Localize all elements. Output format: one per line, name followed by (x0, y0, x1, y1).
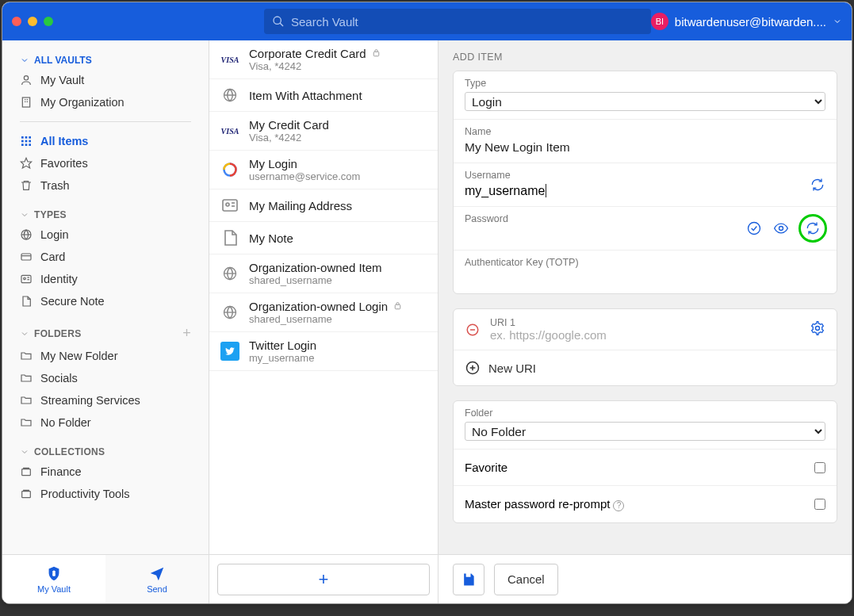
sidebar-my-organization[interactable]: My Organization (2, 91, 209, 113)
username-label: Username (465, 170, 825, 181)
svg-point-44 (779, 227, 783, 231)
chevron-down-icon (20, 210, 29, 220)
name-label: Name (465, 126, 825, 137)
help-icon[interactable]: ? (613, 500, 624, 511)
search-input[interactable] (291, 15, 643, 29)
sidebar-folder[interactable]: My New Folder (2, 345, 209, 367)
window-close[interactable] (12, 17, 21, 26)
uri-input[interactable]: ex. https://google.com (490, 328, 800, 342)
trash-icon (20, 179, 33, 192)
totp-label: Authenticator Key (TOTP) (465, 257, 825, 268)
sidebar-folder[interactable]: No Folder (2, 411, 209, 434)
collection-icon (20, 488, 33, 500)
svg-point-0 (274, 17, 281, 24)
grid-icon (20, 135, 33, 147)
svg-marker-17 (21, 158, 31, 168)
sidebar-type-card[interactable]: Card (2, 246, 209, 268)
sidebar-collection[interactable]: Productivity Tools (2, 483, 209, 505)
note-icon (20, 295, 33, 308)
sidebar-trash[interactable]: Trash (2, 174, 209, 197)
check-password-button[interactable] (745, 219, 764, 238)
folder-icon (20, 394, 33, 407)
sidebar-collection[interactable]: Finance (2, 461, 209, 483)
type-select[interactable]: Login (465, 92, 825, 111)
list-item[interactable]: Organization-owned Itemshared_username (209, 254, 438, 293)
plus-circle-icon (465, 360, 481, 376)
window-minimize[interactable] (28, 17, 37, 26)
totp-input[interactable] (465, 271, 825, 285)
reprompt-label: Master password re-prompt? (465, 497, 624, 511)
username-input[interactable]: my_username (465, 184, 546, 197)
sidebar-types-header[interactable]: TYPES (2, 206, 209, 224)
list-item[interactable]: My Mailing Address (209, 189, 438, 222)
password-input[interactable] (465, 228, 681, 242)
sidebar-all-items[interactable]: All Items (2, 130, 209, 152)
list-item[interactable]: My Loginusername@service.com (209, 151, 438, 189)
svg-rect-11 (21, 140, 24, 143)
favorite-checkbox[interactable] (814, 462, 825, 473)
tab-my-vault[interactable]: My Vault (2, 555, 105, 603)
search-bar[interactable] (264, 9, 651, 34)
generate-password-button[interactable] (803, 219, 822, 238)
uri-settings-button[interactable] (810, 320, 825, 339)
list-item[interactable]: My Note (209, 222, 438, 254)
save-button[interactable] (453, 564, 484, 595)
new-uri-button[interactable]: New URI (454, 350, 837, 385)
svg-rect-42 (395, 304, 400, 308)
chevron-down-icon (20, 447, 29, 457)
list-item[interactable]: Organization-owned Login shared_username (209, 293, 438, 332)
name-input[interactable] (465, 140, 825, 155)
remove-uri-button[interactable] (465, 322, 481, 338)
user-menu[interactable]: BI bitwardenuser@bitwarden.... (651, 13, 842, 30)
user-icon (20, 74, 33, 86)
svg-rect-34 (223, 200, 237, 211)
detail-header: ADD ITEM (453, 52, 837, 63)
lock-icon (45, 565, 63, 583)
folder-label: Folder (465, 407, 825, 419)
svg-rect-10 (29, 136, 31, 139)
generate-password-highlight (798, 214, 827, 243)
sidebar-type-note[interactable]: Secure Note (2, 290, 209, 312)
svg-point-29 (52, 570, 56, 573)
search-icon (272, 15, 285, 28)
generate-username-button[interactable] (808, 175, 827, 194)
svg-rect-22 (21, 275, 31, 282)
add-folder-button[interactable]: + (182, 325, 191, 342)
reprompt-checkbox[interactable] (814, 499, 825, 510)
sidebar-folders-header[interactable]: FOLDERS + (2, 322, 209, 345)
user-email: bitwardenuser@bitwarden.... (675, 15, 826, 29)
sidebar-favorites[interactable]: Favorites (2, 152, 209, 174)
save-icon (461, 572, 477, 587)
collection-icon (20, 465, 33, 478)
building-icon (20, 96, 33, 109)
sidebar-type-identity[interactable]: Identity (2, 268, 209, 290)
svg-rect-9 (25, 136, 28, 139)
globe-icon (20, 228, 33, 241)
add-item-button[interactable]: + (217, 564, 430, 595)
attachment-icon (393, 301, 403, 312)
toggle-visibility-button[interactable] (772, 219, 791, 238)
sidebar-type-login[interactable]: Login (2, 224, 209, 246)
folder-icon (20, 350, 33, 362)
sidebar-folder[interactable]: Streaming Services (2, 389, 209, 411)
svg-line-1 (280, 23, 283, 26)
cancel-button[interactable]: Cancel (494, 564, 558, 595)
list-item[interactable]: VISAMy Credit CardVisa, *4242 (209, 112, 438, 151)
list-item[interactable]: Item With Attachment (209, 79, 438, 112)
svg-rect-20 (21, 254, 31, 260)
folder-select[interactable]: No Folder (465, 422, 825, 441)
svg-point-2 (24, 76, 28, 80)
svg-point-23 (24, 277, 26, 280)
sidebar-folder[interactable]: Socials (2, 367, 209, 389)
send-icon (148, 565, 166, 583)
sidebar-my-vault[interactable]: My Vault (2, 69, 209, 91)
list-item[interactable]: Twitter Loginmy_username (209, 332, 438, 371)
svg-point-47 (816, 326, 820, 330)
sidebar-all-vaults-header[interactable]: ALL VAULTS (2, 52, 209, 69)
list-item[interactable]: VISACorporate Credit Card Visa, *4242 (209, 40, 438, 79)
tab-send[interactable]: Send (105, 555, 209, 603)
window-maximize[interactable] (44, 17, 53, 26)
svg-point-43 (749, 223, 760, 235)
svg-rect-16 (29, 143, 31, 146)
sidebar-collections-header[interactable]: COLLECTIONS (2, 443, 209, 461)
